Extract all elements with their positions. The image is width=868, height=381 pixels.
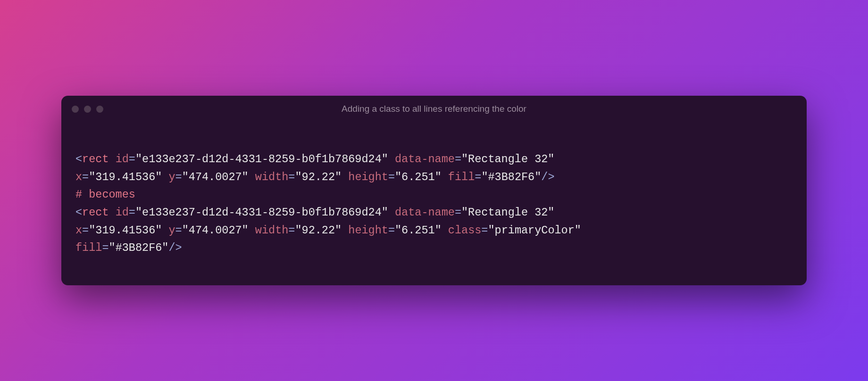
equals: = bbox=[455, 206, 461, 219]
attr-value: "Rectangle 32" bbox=[461, 206, 554, 219]
attr-value: "6.251" bbox=[395, 171, 442, 183]
equals: = bbox=[288, 171, 295, 183]
tag-name: rect bbox=[82, 153, 108, 166]
attr-name: data-name bbox=[395, 153, 455, 166]
comment: # becomes bbox=[75, 188, 135, 201]
attr-name: id bbox=[116, 153, 129, 166]
code-line: x="319.41536" y="474.0027" width="92.22"… bbox=[75, 168, 793, 186]
attr-value: "92.22" bbox=[295, 171, 342, 183]
angle-bracket: < bbox=[75, 206, 82, 219]
equals: = bbox=[475, 171, 481, 183]
close-icon[interactable] bbox=[72, 106, 79, 113]
equals: = bbox=[129, 206, 135, 219]
attr-value: "319.41536" bbox=[89, 171, 162, 183]
attr-name: y bbox=[168, 171, 175, 183]
attr-name: x bbox=[75, 224, 82, 237]
window-title: Adding a class to all lines referencing … bbox=[342, 104, 526, 114]
code-line: # becomes bbox=[75, 186, 793, 204]
equals: = bbox=[175, 171, 182, 183]
attr-name: height bbox=[348, 171, 388, 183]
equals: = bbox=[175, 224, 182, 237]
code-block: <rect id="e133e237-d12d-4331-8259-b0f1b7… bbox=[61, 122, 807, 285]
angle-bracket: /> bbox=[168, 241, 182, 254]
equals: = bbox=[129, 153, 135, 166]
attr-value: "474.0027" bbox=[182, 171, 249, 183]
attr-value: "6.251" bbox=[395, 224, 442, 237]
equals: = bbox=[388, 224, 395, 237]
attr-value: "#3B82F6" bbox=[481, 171, 541, 183]
attr-name: width bbox=[255, 171, 289, 183]
attr-value: "primaryColor" bbox=[488, 224, 581, 237]
attr-name: height bbox=[348, 224, 388, 237]
attr-value: "Rectangle 32" bbox=[461, 153, 554, 166]
code-line: fill="#3B82F6"/> bbox=[75, 239, 793, 257]
equals: = bbox=[82, 171, 89, 183]
equals: = bbox=[82, 224, 89, 237]
code-line: <rect id="e133e237-d12d-4331-8259-b0f1b7… bbox=[75, 150, 793, 168]
attr-name: fill bbox=[448, 171, 475, 183]
angle-bracket: /> bbox=[541, 171, 554, 183]
attr-value: "#3B82F6" bbox=[109, 241, 169, 254]
attr-value: "474.0027" bbox=[182, 224, 249, 237]
minimize-icon[interactable] bbox=[84, 106, 91, 113]
tag-name: rect bbox=[82, 206, 108, 219]
attr-value: "e133e237-d12d-4331-8259-b0f1b7869d24" bbox=[135, 153, 388, 166]
equals: = bbox=[481, 224, 488, 237]
attr-name: id bbox=[116, 206, 129, 219]
equals: = bbox=[388, 171, 395, 183]
code-line: x="319.41536" y="474.0027" width="92.22"… bbox=[75, 222, 793, 240]
attr-name: fill bbox=[75, 241, 102, 254]
maximize-icon[interactable] bbox=[96, 106, 103, 113]
window-titlebar: Adding a class to all lines referencing … bbox=[61, 96, 807, 122]
attr-name: x bbox=[75, 171, 82, 183]
equals: = bbox=[455, 153, 461, 166]
equals: = bbox=[288, 224, 295, 237]
attr-name: width bbox=[255, 224, 289, 237]
code-line: <rect id="e133e237-d12d-4331-8259-b0f1b7… bbox=[75, 204, 793, 222]
traffic-lights bbox=[72, 106, 103, 113]
attr-value: "319.41536" bbox=[89, 224, 162, 237]
attr-value: "e133e237-d12d-4331-8259-b0f1b7869d24" bbox=[135, 206, 388, 219]
attr-name: data-name bbox=[395, 206, 455, 219]
code-window: Adding a class to all lines referencing … bbox=[61, 96, 807, 285]
attr-value: "92.22" bbox=[295, 224, 342, 237]
angle-bracket: < bbox=[75, 153, 82, 166]
equals: = bbox=[102, 241, 108, 254]
attr-name: y bbox=[168, 224, 175, 237]
attr-name: class bbox=[448, 224, 482, 237]
